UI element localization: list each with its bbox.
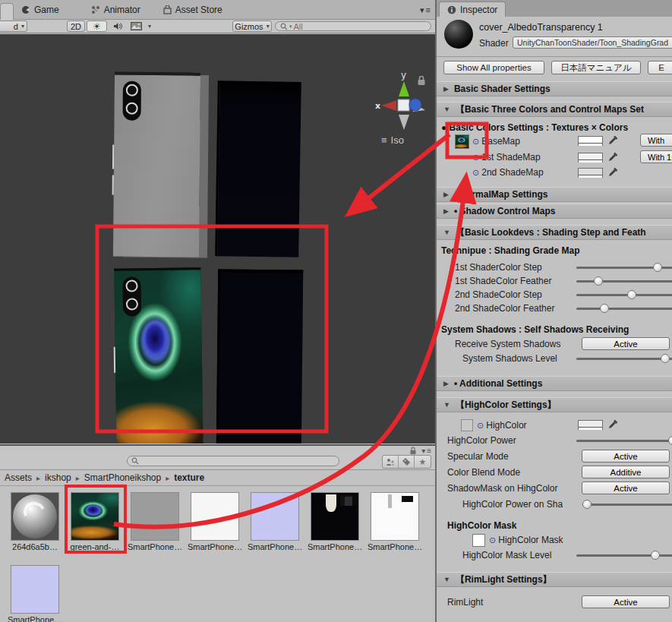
asset-item[interactable]: SmartPhone…: [311, 492, 359, 551]
slider-knob[interactable]: [653, 263, 662, 272]
slider-knob[interactable]: [627, 290, 636, 299]
axis-y-cone[interactable]: [399, 81, 409, 96]
asset-thumbnail-white[interactable]: [191, 492, 239, 541]
eyedropper-icon[interactable]: [608, 419, 618, 429]
object-picker-icon[interactable]: ⊙: [477, 421, 484, 431]
slider-knob[interactable]: [594, 276, 603, 286]
shadows-level-slider[interactable]: [576, 352, 672, 365]
section-basic-shader-settings[interactable]: ▶ Basic Shader Settings: [437, 81, 672, 96]
shaded-dropdown[interactable]: d ▾: [0, 21, 27, 32]
asset-item[interactable]: SmartPhone…: [371, 492, 419, 551]
highcolor-color-swatch[interactable]: [578, 420, 603, 430]
asset-thumbnail-uv-light[interactable]: [371, 492, 419, 541]
shadowmask-button[interactable]: Active: [582, 481, 670, 494]
section-rimlight-settings[interactable]: ▼ 【RimLight Settings】: [437, 572, 672, 587]
lock-icon[interactable]: [409, 447, 417, 455]
color-blend-mode-button[interactable]: Additive: [582, 466, 670, 478]
slider-knob[interactable]: [651, 551, 660, 560]
shademap2-color-swatch[interactable]: [578, 168, 603, 178]
asset-item[interactable]: SmartPhone…: [251, 492, 299, 551]
section-basic-lookdevs[interactable]: ▼ 【Basic Lookdevs : Shading Step and Fea…: [437, 225, 672, 240]
material-preview-sphere[interactable]: [444, 20, 473, 49]
japanese-manual-button[interactable]: 日本語マニュアル: [551, 61, 641, 74]
effects-toggle[interactable]: [127, 21, 145, 32]
slider-knob[interactable]: [582, 500, 592, 509]
phone-model-front-dark-2[interactable]: [216, 269, 304, 444]
asset-item[interactable]: SmartPhone…: [131, 492, 179, 551]
asset-thumbnail-sphere[interactable]: [11, 492, 59, 541]
breadcrumb-assets[interactable]: Assets: [5, 472, 32, 483]
show-all-properties-button[interactable]: Show All properties: [443, 61, 544, 74]
receive-shadows-button[interactable]: Active: [582, 337, 670, 350]
asset-thumbnail-gray[interactable]: [131, 492, 179, 541]
slider-knob[interactable]: [668, 436, 672, 445]
rimlight-button[interactable]: Active: [582, 595, 670, 608]
eyedropper-icon[interactable]: [608, 152, 618, 162]
effects-dropdown[interactable]: ▾: [145, 21, 154, 32]
asset-thumbnail-peacock[interactable]: [71, 492, 119, 541]
section-additional-settings[interactable]: ▶ • Additional Settings: [437, 376, 672, 391]
shader-dropdown[interactable]: UnityChanToonShader/Toon_ShadingGrad: [513, 36, 672, 49]
phone-model-back-peacock[interactable]: [114, 267, 203, 444]
asset-thumbnail-uv-dark[interactable]: [311, 492, 359, 541]
tab-inspector[interactable]: Inspector: [439, 2, 506, 17]
tabstrip-menu[interactable]: ▾≡: [420, 5, 432, 15]
tab-partial-left[interactable]: [0, 3, 14, 20]
highcolor-texture-slot[interactable]: [461, 419, 473, 431]
tab-animator[interactable]: Animator: [87, 5, 145, 15]
favorites-filter-button[interactable]: ★: [415, 456, 431, 468]
collab-filter-button[interactable]: [383, 456, 399, 468]
asset-item[interactable]: 264d6a5b…: [11, 492, 59, 551]
axis-down-cone[interactable]: [399, 115, 409, 130]
breadcrumb-smartphoneikshop[interactable]: SmartPhoneikshop: [84, 472, 161, 483]
section-shadow-control-maps[interactable]: ▶ • Shadow Control Maps: [437, 204, 672, 219]
asset-thumbnail-lavender[interactable]: [11, 565, 59, 614]
highcolor-mask-texture-slot[interactable]: [472, 534, 485, 547]
scene-search-input[interactable]: ▾ All: [275, 21, 431, 31]
lighting-toggle[interactable]: ☀: [87, 21, 107, 32]
highcolor-power-slider[interactable]: [576, 434, 672, 447]
phone-model-front-dark[interactable]: [215, 81, 301, 257]
axis-x-cone[interactable]: [381, 100, 396, 111]
2d-toggle[interactable]: 2D: [67, 21, 85, 32]
tab-game[interactable]: Game: [17, 5, 64, 15]
specular-mode-button[interactable]: Active: [582, 450, 670, 463]
shadecolor-feather1-slider[interactable]: [576, 274, 672, 288]
section-highcolor-settings[interactable]: ▼ 【HighColor Settings】: [437, 397, 672, 412]
assets-minibar[interactable]: ▾≡: [409, 447, 431, 455]
slider-knob[interactable]: [661, 354, 670, 363]
shadecolor-feather2-slider[interactable]: [576, 302, 672, 315]
lock-icon[interactable]: [417, 75, 426, 86]
eyedropper-icon[interactable]: [608, 167, 618, 177]
basemap-texture-thumbnail[interactable]: [455, 134, 469, 149]
basemap-with-button[interactable]: With: [640, 134, 672, 147]
asset-thumbnail-lavender[interactable]: [251, 492, 299, 541]
breadcrumb-ikshop[interactable]: ikshop: [45, 472, 71, 483]
english-manual-button[interactable]: E: [648, 61, 672, 74]
axis-z-ball[interactable]: [409, 99, 421, 111]
asset-item[interactable]: SmartPhone…: [191, 492, 239, 551]
object-picker-icon[interactable]: ⊙: [489, 535, 496, 545]
highcolor-power-on-shadow-slider[interactable]: [582, 497, 672, 511]
shadecolor-step2-slider[interactable]: [576, 288, 672, 302]
highcolor-mask-level-slider[interactable]: [576, 548, 672, 562]
shademap1-color-swatch[interactable]: [578, 153, 603, 163]
eyedropper-icon[interactable]: [608, 135, 618, 145]
assets-search-input[interactable]: [127, 456, 339, 466]
breadcrumb-texture[interactable]: texture: [174, 472, 204, 483]
section-three-colors[interactable]: ▼ 【Basic Three Colors and Control Maps S…: [437, 102, 672, 117]
phone-model-back-gray[interactable]: [113, 72, 200, 257]
tab-asset-store[interactable]: Asset Store: [159, 5, 227, 15]
slider-knob[interactable]: [600, 304, 609, 313]
section-normalmap[interactable]: ▶ • NormalMap Settings: [437, 187, 672, 202]
gizmos-button[interactable]: Gizmos ▾: [232, 21, 272, 32]
label-filter-button[interactable]: [399, 456, 415, 468]
object-picker-icon[interactable]: ⊙: [472, 137, 479, 147]
asset-item-selected[interactable]: green-and-…: [71, 492, 119, 551]
basemap-color-swatch[interactable]: [578, 136, 603, 146]
shademap1-with-button[interactable]: With 1: [640, 150, 672, 163]
projection-toggle[interactable]: ≡ Iso: [381, 134, 404, 146]
shadecolor-step1-slider[interactable]: [576, 260, 672, 274]
object-picker-icon[interactable]: ⊙: [472, 168, 479, 178]
audio-toggle[interactable]: [109, 21, 126, 32]
